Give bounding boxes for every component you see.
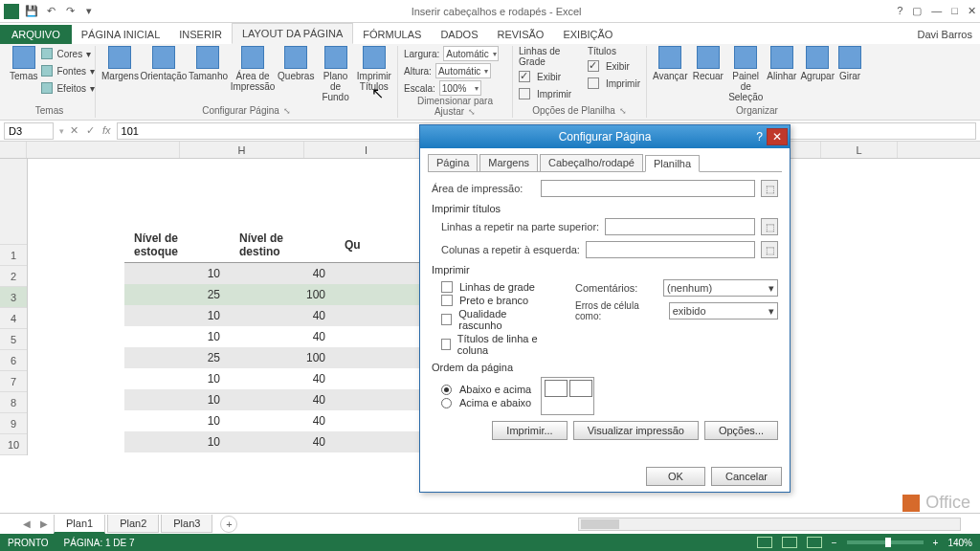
print-button[interactable]: Imprimir... bbox=[492, 421, 567, 440]
sheet-tab-2[interactable]: Plan2 bbox=[107, 515, 159, 533]
gridlines-checkbox[interactable]: Linhas de grade bbox=[441, 281, 546, 293]
tab-page[interactable]: Página bbox=[428, 154, 478, 171]
preview-button[interactable]: Visualizar impressão bbox=[573, 421, 699, 440]
horizontal-scrollbar[interactable] bbox=[578, 518, 961, 531]
titles-print-checkbox[interactable]: Imprimir bbox=[588, 76, 640, 91]
close-icon[interactable]: ✕ bbox=[968, 5, 976, 17]
sheet-nav-next-icon[interactable]: ▶ bbox=[36, 518, 52, 529]
comments-dropdown[interactable]: (nenhum)▾ bbox=[663, 279, 778, 297]
sheet-tab-3[interactable]: Plan3 bbox=[161, 515, 212, 533]
help-icon[interactable]: ? bbox=[897, 5, 902, 17]
rows-top-input[interactable] bbox=[605, 218, 755, 235]
col-header-l[interactable]: L bbox=[821, 142, 898, 158]
add-sheet-icon[interactable]: + bbox=[220, 516, 237, 533]
colors-button[interactable]: Cores ▾ bbox=[41, 46, 95, 61]
fonts-button[interactable]: Fontes ▾ bbox=[41, 63, 95, 78]
tab-data[interactable]: DADOS bbox=[431, 25, 487, 44]
rotate-button[interactable]: Girar bbox=[838, 46, 861, 81]
cancel-button[interactable]: Cancelar bbox=[711, 467, 782, 486]
tab-review[interactable]: REVISÃO bbox=[488, 25, 554, 44]
col-header-i[interactable]: I bbox=[304, 142, 429, 158]
cols-left-picker-icon[interactable]: ⬚ bbox=[761, 241, 778, 258]
dialog-titlebar[interactable]: Configurar Página ? ✕ bbox=[420, 125, 790, 148]
options-button[interactable]: Opções... bbox=[704, 421, 778, 440]
breaks-button[interactable]: Quebras bbox=[278, 46, 314, 81]
group-scale-to-fit: Largura: Automátic▾ Altura: Automátic▾ E… bbox=[398, 46, 513, 118]
dialog-help-icon[interactable]: ? bbox=[756, 130, 763, 143]
dialog-close-icon[interactable]: ✕ bbox=[767, 128, 788, 145]
orientation-icon bbox=[152, 46, 175, 69]
cancel-formula-icon[interactable]: ✕ bbox=[70, 124, 78, 137]
redo-icon[interactable]: ↷ bbox=[63, 5, 77, 18]
ok-button[interactable]: OK bbox=[646, 467, 705, 486]
margins-button[interactable]: Margens bbox=[101, 46, 139, 81]
print-section: Imprimir bbox=[432, 264, 778, 276]
print-area-button[interactable]: Área de Impressão bbox=[232, 46, 274, 92]
page-setup-dialog: Configurar Página ? ✕ Página Margens Cab… bbox=[419, 124, 791, 493]
background-button[interactable]: Plano de Fundo bbox=[318, 46, 352, 102]
tab-margins[interactable]: Margens bbox=[479, 154, 538, 171]
effects-button[interactable]: Efeitos ▾ bbox=[41, 80, 95, 96]
zoom-in-icon[interactable]: + bbox=[933, 538, 939, 548]
tab-insert[interactable]: INSERIR bbox=[169, 25, 232, 44]
tab-view[interactable]: EXIBIÇÃO bbox=[553, 25, 622, 44]
gridlines-view-checkbox[interactable]: Exibir bbox=[519, 69, 576, 84]
tab-file[interactable]: ARQUIVO bbox=[0, 25, 72, 44]
sheet-options-launcher-icon[interactable]: ⤡ bbox=[619, 106, 627, 116]
size-button[interactable]: Tamanho bbox=[189, 46, 228, 81]
scale-height-dropdown[interactable]: Automátic▾ bbox=[435, 63, 491, 78]
themes-button[interactable]: Temas bbox=[10, 46, 37, 81]
minimize-icon[interactable]: — bbox=[931, 5, 942, 17]
tab-sheet[interactable]: Planilha bbox=[645, 155, 700, 172]
print-area-picker-icon[interactable]: ⬚ bbox=[761, 180, 778, 197]
rows-top-picker-icon[interactable]: ⬚ bbox=[761, 218, 778, 235]
tab-page-layout[interactable]: LAYOUT DA PÁGINA bbox=[232, 23, 353, 44]
themes-icon bbox=[12, 46, 35, 69]
maximize-icon[interactable]: □ bbox=[951, 5, 958, 17]
order-over-down-radio[interactable]: Acima e abaixo bbox=[441, 397, 531, 408]
page-break-view-icon[interactable] bbox=[807, 537, 822, 548]
page-layout-view-icon[interactable] bbox=[782, 537, 797, 548]
scale-launcher-icon[interactable]: ⤡ bbox=[468, 107, 476, 117]
zoom-level[interactable]: 140% bbox=[947, 538, 972, 548]
row-col-headers-checkbox[interactable]: Títulos de linha e coluna bbox=[441, 333, 546, 356]
dialog-title: Configurar Página bbox=[559, 130, 652, 143]
errors-dropdown[interactable]: exibido▾ bbox=[669, 302, 778, 320]
qat-dropdown-icon[interactable]: ▾ bbox=[82, 5, 96, 18]
tab-formulas[interactable]: FÓRMULAS bbox=[353, 25, 431, 44]
ribbon-collapse-icon[interactable]: ▢ bbox=[912, 5, 922, 17]
page-setup-launcher-icon[interactable]: ⤡ bbox=[283, 106, 291, 116]
accept-formula-icon[interactable]: ✓ bbox=[86, 124, 95, 137]
selection-pane-button[interactable]: Painel de Seleção bbox=[728, 46, 763, 102]
sheet-tab-1[interactable]: Plan1 bbox=[54, 515, 105, 534]
print-titles-button[interactable]: Imprimir Títulos bbox=[357, 46, 391, 92]
ribbon: Temas Cores ▾ Fontes ▾ Efeitos ▾ Temas M… bbox=[0, 44, 980, 121]
zoom-slider[interactable] bbox=[847, 540, 924, 544]
row-headers[interactable]: 123 456 78910 bbox=[0, 159, 28, 455]
black-white-checkbox[interactable]: Preto e branco bbox=[441, 295, 546, 306]
titles-view-checkbox[interactable]: Exibir bbox=[588, 58, 640, 74]
print-area-input[interactable] bbox=[541, 180, 755, 197]
send-backward-button[interactable]: Recuar bbox=[692, 46, 725, 81]
bring-forward-button[interactable]: Avançar bbox=[653, 46, 688, 81]
col-header-h[interactable]: H bbox=[180, 142, 304, 158]
save-icon[interactable]: 💾 bbox=[25, 5, 38, 18]
scale-width-dropdown[interactable]: Automátic▾ bbox=[443, 46, 499, 61]
normal-view-icon[interactable] bbox=[757, 537, 772, 548]
group-button[interactable]: Agrupar bbox=[800, 46, 835, 81]
cols-left-input[interactable] bbox=[586, 241, 755, 258]
draft-quality-checkbox[interactable]: Qualidade rascunho bbox=[441, 308, 546, 331]
align-button[interactable]: Alinhar bbox=[767, 46, 796, 81]
sheet-nav-prev-icon[interactable]: ◀ bbox=[19, 518, 34, 529]
tab-home[interactable]: PÁGINA INICIAL bbox=[72, 25, 170, 44]
tab-header-footer[interactable]: Cabeçalho/rodapé bbox=[540, 154, 643, 171]
scale-spinner[interactable]: 100%▾ bbox=[439, 80, 481, 96]
gridlines-print-checkbox[interactable]: Imprimir bbox=[519, 86, 576, 101]
undo-icon[interactable]: ↶ bbox=[44, 5, 57, 18]
zoom-out-icon[interactable]: − bbox=[832, 538, 837, 548]
name-box[interactable] bbox=[4, 122, 54, 140]
orientation-button[interactable]: Orientação bbox=[143, 46, 185, 81]
order-down-over-radio[interactable]: Abaixo e acima bbox=[441, 384, 531, 395]
user-name[interactable]: Davi Barros bbox=[910, 25, 980, 44]
fx-icon[interactable]: fx bbox=[102, 124, 111, 137]
